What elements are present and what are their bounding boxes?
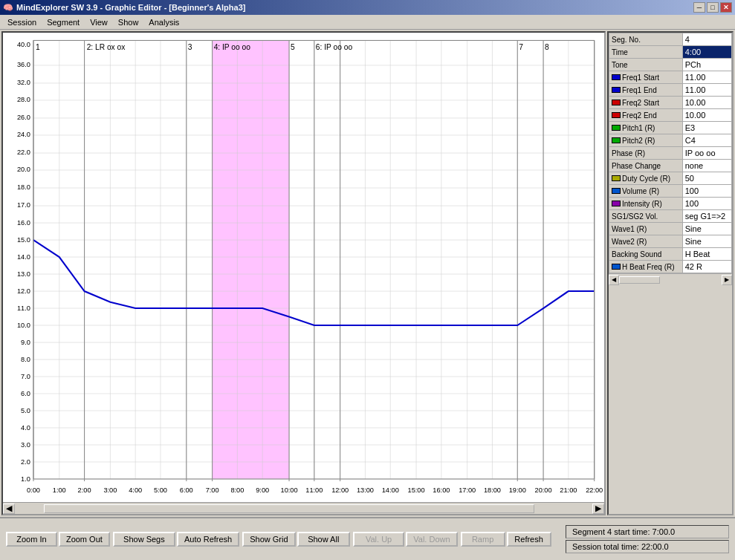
close-button[interactable]: ✕ bbox=[720, 2, 732, 13]
svg-text:26.0: 26.0 bbox=[17, 114, 30, 121]
scroll-thumb[interactable] bbox=[44, 504, 534, 513]
svg-text:13:00: 13:00 bbox=[357, 486, 374, 494]
pitch2-icon bbox=[612, 137, 621, 143]
prop-wave1: Wave1 (R) Sine bbox=[609, 223, 732, 235]
prop-scroll-left[interactable]: ◀ bbox=[609, 275, 619, 285]
seg-label-6: 6: IP oo oo bbox=[316, 43, 353, 51]
show-all-button[interactable]: Show All bbox=[297, 532, 350, 547]
seg-label-2: 2: LR ox ox bbox=[87, 43, 126, 51]
maximize-button[interactable]: □ bbox=[707, 2, 719, 13]
svg-text:5:00: 5:00 bbox=[154, 486, 167, 494]
svg-text:11.0: 11.0 bbox=[17, 305, 30, 312]
prop-scroll-right[interactable]: ▶ bbox=[722, 275, 732, 285]
prop-pitch2: Pitch2 (R) C4 bbox=[609, 134, 732, 147]
prop-value: H Beat bbox=[682, 248, 731, 261]
menu-session[interactable]: Session bbox=[3, 16, 41, 28]
status-area: Segment 4 start time: 7:00.0 Session tot… bbox=[566, 525, 729, 553]
svg-text:21:00: 21:00 bbox=[560, 486, 577, 494]
seg-label-4: 4: IP oo oo bbox=[214, 43, 251, 51]
prop-phase-change: Phase Change none bbox=[609, 160, 732, 172]
prop-scrollbar[interactable]: ◀ ▶ bbox=[609, 273, 732, 285]
prop-value: 11.00 bbox=[682, 71, 731, 84]
duty-cycle-icon bbox=[612, 175, 621, 181]
prop-value: none bbox=[682, 160, 731, 172]
svg-text:9:00: 9:00 bbox=[256, 486, 269, 494]
svg-text:10.0: 10.0 bbox=[17, 322, 30, 329]
svg-text:19:00: 19:00 bbox=[509, 486, 526, 494]
graph-container[interactable]: 1 2: LR ox ox 3 4: IP oo oo 5 6: IP oo o… bbox=[1, 31, 606, 515]
prop-label: Wave1 (R) bbox=[609, 223, 683, 235]
prop-value: 11.00 bbox=[682, 84, 731, 97]
menu-show[interactable]: Show bbox=[114, 16, 143, 28]
seg-label-7: 7 bbox=[519, 43, 523, 51]
prop-freq1end: Freq1 End 11.00 bbox=[609, 84, 732, 97]
refresh-button[interactable]: Refresh bbox=[507, 532, 551, 547]
prop-label: SG1/SG2 Vol. bbox=[609, 210, 683, 223]
zoom-out-button[interactable]: Zoom Out bbox=[59, 532, 110, 547]
prop-label: Tone bbox=[609, 59, 683, 71]
prop-value: 10.00 bbox=[682, 97, 731, 109]
prop-label: Phase Change bbox=[609, 160, 683, 172]
prop-value: 4 bbox=[682, 33, 731, 46]
scroll-left-btn[interactable]: ◀ bbox=[3, 504, 15, 514]
svg-text:40.0: 40.0 bbox=[17, 41, 30, 48]
prop-phase: Phase (R) IP oo oo bbox=[609, 147, 732, 160]
val-down-button[interactable]: Val. Down bbox=[406, 532, 457, 547]
menu-analysis[interactable]: Analysis bbox=[144, 16, 184, 28]
show-grid-button[interactable]: Show Grid bbox=[242, 532, 295, 547]
show-segs-button[interactable]: Show Segs bbox=[113, 532, 175, 547]
scroll-right-btn[interactable]: ▶ bbox=[592, 504, 604, 514]
ramp-button[interactable]: Ramp bbox=[461, 532, 505, 547]
svg-rect-1 bbox=[213, 40, 289, 479]
prop-label: Intensity (R) bbox=[609, 198, 683, 210]
svg-text:14.0: 14.0 bbox=[17, 253, 30, 261]
svg-text:8:00: 8:00 bbox=[230, 486, 244, 494]
prop-value: Sine bbox=[682, 223, 731, 235]
zoom-in-button[interactable]: Zoom In bbox=[6, 532, 57, 547]
svg-text:0:00: 0:00 bbox=[27, 486, 40, 494]
prop-label: Backing Sound bbox=[609, 248, 683, 261]
svg-text:24.0: 24.0 bbox=[17, 131, 30, 138]
svg-text:4.0: 4.0 bbox=[21, 424, 30, 432]
freq2-start-icon bbox=[612, 100, 621, 105]
intensity-icon bbox=[612, 201, 621, 206]
segment-time-status: Segment 4 start time: 7:00.0 bbox=[566, 525, 729, 538]
toolbar-group-2: Show Segs Auto Refresh bbox=[113, 532, 239, 547]
svg-text:14:00: 14:00 bbox=[382, 486, 399, 494]
prop-value: C4 bbox=[682, 134, 731, 147]
prop-label: Pitch1 (R) bbox=[609, 122, 683, 134]
prop-intensity: Intensity (R) 100 bbox=[609, 198, 732, 210]
prop-value: 100 bbox=[682, 198, 731, 210]
svg-text:16.0: 16.0 bbox=[17, 219, 30, 227]
prop-scroll-thumb[interactable] bbox=[619, 276, 660, 284]
graph-scrollbar[interactable]: ◀ ▶ bbox=[3, 502, 604, 514]
bottom-toolbar: Zoom In Zoom Out Show Segs Auto Refresh … bbox=[0, 517, 735, 560]
title-bar: 🧠 MindExplorer SW 3.9 - Graphic Editor -… bbox=[0, 0, 735, 15]
svg-text:3.0: 3.0 bbox=[21, 441, 30, 449]
minimize-button[interactable]: ─ bbox=[693, 2, 705, 13]
hbeat-icon bbox=[612, 264, 621, 270]
svg-text:1:00: 1:00 bbox=[53, 486, 66, 494]
seg-label-5: 5 bbox=[291, 43, 295, 51]
val-up-button[interactable]: Val. Up bbox=[353, 532, 404, 547]
svg-text:12.0: 12.0 bbox=[17, 287, 30, 295]
prop-label: Time bbox=[609, 46, 683, 59]
svg-text:28.0: 28.0 bbox=[17, 96, 30, 103]
menu-view[interactable]: View bbox=[85, 16, 112, 28]
right-panel: Seg. No. 4 Time 4:00 Tone PCh Freq1 Star… bbox=[607, 31, 734, 515]
svg-text:32.0: 32.0 bbox=[17, 79, 30, 86]
prop-label: Freq2 Start bbox=[609, 97, 683, 109]
svg-text:2:00: 2:00 bbox=[78, 486, 91, 494]
svg-text:22.0: 22.0 bbox=[17, 149, 30, 156]
prop-label: Phase (R) bbox=[609, 147, 683, 160]
seg-label-8: 8 bbox=[545, 43, 549, 51]
svg-text:20:00: 20:00 bbox=[535, 486, 552, 494]
graph-svg[interactable]: 1 2: LR ox ox 3 4: IP oo oo 5 6: IP oo o… bbox=[3, 33, 604, 514]
prop-volume: Volume (R) 100 bbox=[609, 185, 732, 198]
prop-pitch1: Pitch1 (R) E3 bbox=[609, 122, 732, 134]
menu-segment[interactable]: Segment bbox=[42, 16, 84, 28]
prop-label: Wave2 (R) bbox=[609, 235, 683, 248]
prop-value: E3 bbox=[682, 122, 731, 134]
auto-refresh-button[interactable]: Auto Refresh bbox=[177, 532, 239, 547]
svg-text:13.0: 13.0 bbox=[17, 270, 30, 278]
